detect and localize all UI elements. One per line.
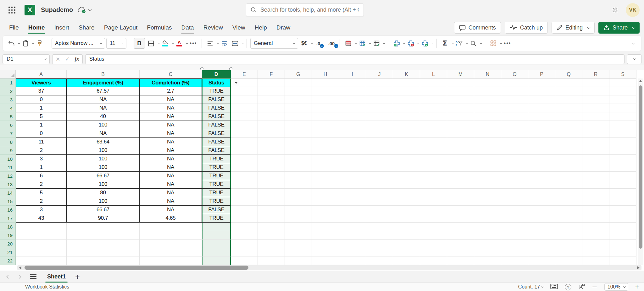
zoom-in-button[interactable]: +: [635, 283, 639, 291]
cell-M10[interactable]: [447, 155, 474, 163]
cell-Q11[interactable]: [555, 163, 582, 172]
conditional-formatting-button[interactable]: [343, 38, 356, 49]
cell-Q8[interactable]: [555, 138, 582, 146]
cell-H5[interactable]: [312, 112, 339, 121]
settings-gear-icon[interactable]: [610, 5, 620, 15]
cell-P8[interactable]: [528, 138, 555, 146]
cell-J6[interactable]: [366, 121, 393, 129]
cell-G11[interactable]: [285, 163, 312, 172]
tab-view[interactable]: View: [228, 21, 250, 34]
cell-I21[interactable]: [339, 248, 366, 256]
name-box[interactable]: D1: [3, 54, 50, 64]
cell-N8[interactable]: [474, 138, 501, 146]
cell-B13[interactable]: 100: [67, 180, 140, 189]
cell-L15[interactable]: [420, 197, 447, 206]
cell-H6[interactable]: [312, 121, 339, 129]
find-chevron-icon[interactable]: [480, 41, 482, 44]
cloud-saved-icon[interactable]: [77, 6, 91, 14]
cell-P19[interactable]: [528, 231, 555, 240]
cell-M4[interactable]: [447, 104, 474, 112]
cell-P1[interactable]: [528, 78, 555, 87]
cell-C18[interactable]: [140, 223, 202, 231]
cell-A6[interactable]: 1: [16, 121, 67, 129]
cell-O2[interactable]: [501, 87, 528, 95]
cell-R18[interactable]: [582, 223, 609, 231]
formula-input[interactable]: Status: [85, 54, 625, 64]
cell-P2[interactable]: [528, 87, 555, 95]
fill-color-chevron-icon[interactable]: [171, 41, 174, 44]
cell-M3[interactable]: [447, 95, 474, 104]
cell-N16[interactable]: [474, 206, 501, 214]
cell-E6[interactable]: [231, 121, 258, 129]
cell-J2[interactable]: [366, 87, 393, 95]
cell-R21[interactable]: [582, 248, 609, 256]
cell-R12[interactable]: [582, 172, 609, 180]
cell-D1[interactable]: Status: [202, 78, 231, 87]
cell-F12[interactable]: [258, 172, 285, 180]
cell-K2[interactable]: [393, 87, 420, 95]
cell-L6[interactable]: [420, 121, 447, 129]
cell-H18[interactable]: [312, 223, 339, 231]
cell-M9[interactable]: [447, 146, 474, 155]
alignment-button[interactable]: [205, 38, 218, 49]
cell-O19[interactable]: [501, 231, 528, 240]
cell-L9[interactable]: [420, 146, 447, 155]
cell-B2[interactable]: 67.57: [67, 87, 140, 95]
cell-B4[interactable]: NA: [67, 104, 140, 112]
cell-A20[interactable]: [16, 240, 67, 248]
filter-dropdown-button[interactable]: [233, 80, 239, 86]
cell-E4[interactable]: [231, 104, 258, 112]
delete-cells-button[interactable]: [406, 38, 419, 49]
cell-C14[interactable]: NA: [140, 189, 202, 197]
ribbon-overflow-button[interactable]: •••: [503, 38, 512, 49]
tab-home[interactable]: Home: [24, 21, 50, 34]
cell-C5[interactable]: NA: [140, 112, 202, 121]
tab-file[interactable]: File: [4, 21, 24, 34]
cell-J8[interactable]: [366, 138, 393, 146]
row-header-18[interactable]: 18: [0, 223, 16, 231]
select-all-corner[interactable]: [0, 70, 16, 78]
cell-N21[interactable]: [474, 248, 501, 256]
cell-D12[interactable]: TRUE: [202, 172, 231, 180]
cell-S13[interactable]: [609, 180, 636, 189]
paste-chevron-icon[interactable]: [32, 41, 34, 44]
cell-Q7[interactable]: [555, 129, 582, 138]
cell-A19[interactable]: [16, 231, 67, 240]
cell-K4[interactable]: [393, 104, 420, 112]
cell-M1[interactable]: [447, 78, 474, 87]
row-header-10[interactable]: 10: [0, 155, 16, 163]
cell-L7[interactable]: [420, 129, 447, 138]
cell-O14[interactable]: [501, 189, 528, 197]
cell-F13[interactable]: [258, 180, 285, 189]
cell-E13[interactable]: [231, 180, 258, 189]
cell-N6[interactable]: [474, 121, 501, 129]
row-header-6[interactable]: 6: [0, 121, 16, 129]
count-aggregate-button[interactable]: Count: 17: [518, 284, 543, 290]
cell-L3[interactable]: [420, 95, 447, 104]
column-header-E[interactable]: E: [231, 70, 258, 78]
cell-G21[interactable]: [285, 248, 312, 256]
view-options-button[interactable]: [489, 38, 502, 49]
currency-chevron-icon[interactable]: [310, 41, 313, 44]
cell-O13[interactable]: [501, 180, 528, 189]
tab-help[interactable]: Help: [250, 21, 272, 34]
cell-F19[interactable]: [258, 231, 285, 240]
row-header-2[interactable]: 2: [0, 87, 16, 95]
cell-P5[interactable]: [528, 112, 555, 121]
cell-H13[interactable]: [312, 180, 339, 189]
cell-F22[interactable]: [258, 256, 285, 265]
cell-M11[interactable]: [447, 163, 474, 172]
cell-B18[interactable]: [67, 223, 140, 231]
cell-Q3[interactable]: [555, 95, 582, 104]
cell-G16[interactable]: [285, 206, 312, 214]
more-font-options-button[interactable]: •••: [189, 38, 198, 49]
cell-S17[interactable]: [609, 214, 636, 223]
view-options-chevron-icon[interactable]: [500, 41, 502, 44]
cell-G22[interactable]: [285, 256, 312, 265]
cell-I5[interactable]: [339, 112, 366, 121]
cell-G1[interactable]: [285, 78, 312, 87]
cell-K15[interactable]: [393, 197, 420, 206]
cell-A8[interactable]: 11: [16, 138, 67, 146]
horizontal-scroll-thumb[interactable]: [25, 266, 248, 270]
cell-D19[interactable]: [202, 231, 231, 240]
